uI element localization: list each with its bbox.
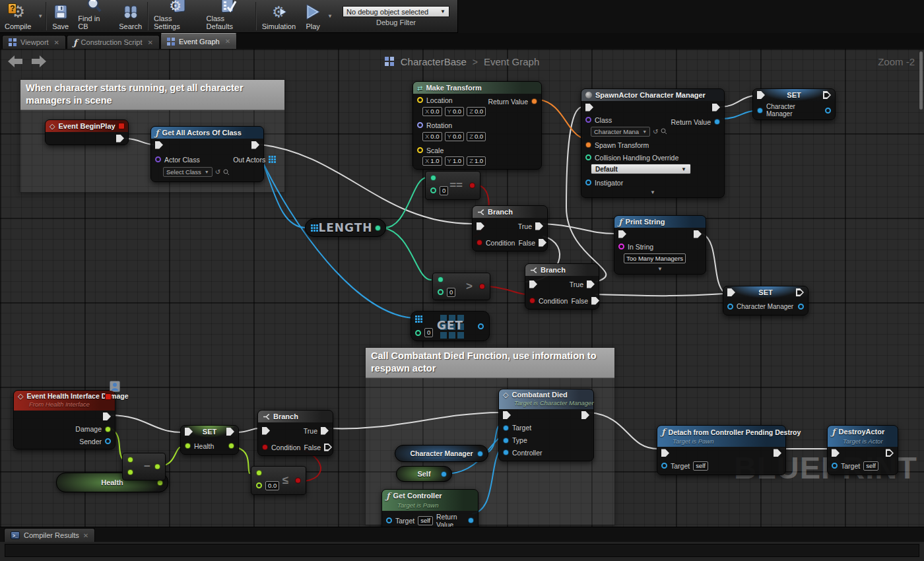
exec-out-pin[interactable] (251, 141, 259, 149)
exec-out-pin[interactable] (116, 135, 124, 143)
condition-pin[interactable] (477, 240, 482, 246)
exec-in-pin[interactable] (727, 288, 735, 296)
condition-pin[interactable] (262, 444, 268, 450)
exec-out-pin[interactable] (712, 104, 720, 112)
target-field[interactable]: self (863, 461, 878, 471)
tab-event-graph[interactable]: Event Graph ✕ (160, 33, 237, 49)
type-pin[interactable] (503, 438, 509, 444)
output-pin[interactable] (825, 108, 831, 114)
event-graph-canvas[interactable]: BLUEPRINT When character starts running,… (0, 49, 924, 527)
float-b-pin[interactable] (256, 482, 262, 488)
exec-out-pin[interactable] (581, 411, 589, 419)
return-value-pin[interactable] (468, 517, 474, 523)
node-set-character-manager-top[interactable]: SET Character Manager (752, 88, 836, 120)
target-pin[interactable] (832, 463, 838, 469)
object-out-pin[interactable] (477, 451, 483, 457)
int-b-pin[interactable] (430, 187, 436, 193)
target-field[interactable]: self (693, 461, 708, 471)
location-x-field[interactable]: X0.0 (422, 107, 442, 116)
health-in-pin[interactable] (185, 443, 191, 449)
false-exec-pin[interactable] (591, 297, 599, 305)
target-pin[interactable] (503, 425, 509, 431)
collision-pin[interactable] (585, 154, 591, 160)
controller-pin[interactable] (503, 449, 509, 455)
condition-pin[interactable] (529, 298, 535, 304)
return-value-pin[interactable] (714, 119, 720, 125)
expand-node-arrow[interactable]: ▼ (614, 265, 706, 274)
output-pin[interactable] (798, 304, 804, 310)
node-branch-1[interactable]: Branch True Condition False (472, 205, 548, 251)
search-button[interactable]: Search (114, 0, 147, 32)
play-button[interactable]: Play (300, 0, 325, 32)
node-make-transform[interactable]: ⇄ Make Transform Return Value Location X… (412, 81, 542, 170)
sender-pin[interactable] (105, 438, 111, 444)
node-event-health-interface-damage[interactable]: ◇ Event Health Interface Damage From Hea… (13, 390, 116, 449)
compile-options-caret[interactable]: ▼ (36, 13, 45, 19)
location-z-field[interactable]: Z0.0 (467, 107, 486, 116)
scale-x-field[interactable]: X1.0 (422, 156, 442, 166)
class-settings-button[interactable]: ⚙ Class Settings (149, 0, 202, 32)
close-icon[interactable]: ✕ (225, 38, 230, 45)
node-get-controller[interactable]: ƒ Get Controller Target is Pawn Target s… (381, 489, 478, 527)
target-pin[interactable] (386, 517, 392, 523)
reset-icon[interactable]: ↺ (215, 168, 220, 176)
class-defaults-button[interactable]: Class Defaults (202, 0, 255, 32)
value-field[interactable]: 0 (447, 288, 455, 297)
class-dropdown[interactable]: Character Mana▼ (591, 127, 650, 137)
target-field[interactable]: self (418, 516, 433, 525)
int-a-pin[interactable] (430, 175, 436, 181)
value-field[interactable]: 0 (440, 186, 448, 195)
exec-in-pin[interactable] (757, 91, 765, 99)
float-a-pin[interactable] (256, 470, 262, 476)
play-options-caret[interactable]: ▼ (325, 13, 335, 19)
compile-button[interactable]: ⚙? Compile (0, 0, 36, 32)
object-out-pin[interactable] (441, 471, 447, 477)
bool-out-pin[interactable] (295, 478, 301, 484)
comment-header[interactable]: Call Combatant Died Function, use inform… (366, 348, 614, 378)
tab-viewport[interactable]: Viewport ✕ (2, 35, 66, 49)
exec-in-pin[interactable] (503, 411, 511, 419)
int-b-pin[interactable] (438, 289, 444, 295)
graph-scrollbar[interactable] (919, 51, 923, 110)
node-combatant-died[interactable]: ◇ Combatant Died Target is Character Man… (498, 389, 594, 461)
node-print-string[interactable]: ƒ Print String In String Too Many Manage… (614, 215, 706, 275)
node-set-health[interactable]: SET Health (180, 425, 239, 455)
in-string-field[interactable]: Too Many Managers (624, 253, 686, 263)
browse-icon[interactable] (223, 169, 230, 176)
int-out-pin[interactable] (375, 225, 381, 231)
node-array-length[interactable]: LENGTH (305, 218, 386, 237)
bool-out-pin[interactable] (469, 183, 475, 189)
float-out-pin[interactable] (154, 464, 160, 470)
in-string-pin[interactable] (618, 244, 624, 249)
exec-in-pin[interactable] (618, 230, 626, 238)
class-pin[interactable] (585, 117, 591, 123)
node-get-self[interactable]: Self (396, 466, 452, 482)
exec-out-pin[interactable] (694, 230, 702, 238)
target-pin[interactable] (661, 463, 667, 469)
exec-in-pin[interactable] (155, 141, 163, 149)
tab-construction-script[interactable]: ƒ Construction Script ✕ (67, 35, 160, 49)
node-destroy-actor[interactable]: ƒ DestroyActor Target is Actor Target se… (827, 425, 898, 475)
object-out-pin[interactable] (478, 323, 484, 329)
exec-in-pin[interactable] (661, 449, 669, 457)
node-less-equal[interactable]: ≤ 0.0 (251, 466, 306, 495)
bool-out-pin[interactable] (479, 284, 485, 290)
close-icon[interactable]: ✕ (54, 39, 59, 46)
exec-out-pin[interactable] (823, 91, 831, 99)
scale-y-field[interactable]: Y1.0 (445, 156, 465, 166)
node-detach-from-controller[interactable]: ƒ Detach from Controller Pending Destroy… (657, 425, 786, 475)
false-exec-pin[interactable] (539, 239, 546, 247)
exec-in-pin[interactable] (477, 222, 484, 230)
rotation-pin[interactable] (417, 122, 423, 128)
node-spawnactor-character-manager[interactable]: SpawnActor Character Manager Return Valu… (581, 88, 725, 198)
int-a-pin[interactable] (438, 277, 444, 282)
reset-icon[interactable]: ↺ (653, 128, 658, 135)
debug-object-select[interactable]: No debug object selected ▼ (343, 6, 449, 17)
exec-out-pin[interactable] (226, 428, 234, 436)
node-get-all-actors-of-class[interactable]: ƒ Get All Actors Of Class Actor Class Se… (150, 126, 264, 182)
rotation-z-field[interactable]: Z0.0 (467, 132, 486, 141)
actor-class-pin[interactable] (155, 156, 161, 162)
actor-class-dropdown[interactable]: Select Class▼ (163, 167, 213, 177)
node-branch-2[interactable]: Branch True Condition False (525, 263, 599, 310)
health-out-pin[interactable] (228, 443, 234, 449)
